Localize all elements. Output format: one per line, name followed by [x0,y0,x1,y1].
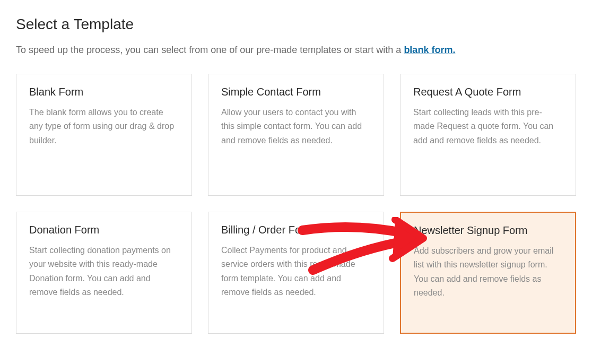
card-title: Billing / Order Form [221,224,371,236]
page-title: Select a Template [16,16,576,33]
card-title: Request A Quote Form [413,86,563,98]
template-card-request-a-quote-form[interactable]: Request A Quote Form Start collecting le… [400,74,576,196]
card-description: The blank form allows you to create any … [29,106,179,148]
template-card-newsletter-signup-form[interactable]: Newsletter Signup Form Add subscribers a… [400,212,576,334]
blank-form-link[interactable]: blank form. [404,45,455,55]
template-card-billing-order-form[interactable]: Billing / Order Form Collect Payments fo… [208,212,384,334]
card-description: Add subscribers and grow your email list… [414,244,562,300]
template-card-simple-contact-form[interactable]: Simple Contact Form Allow your users to … [208,74,384,196]
page-subtitle: To speed up the process, you can select … [16,42,576,58]
card-title: Newsletter Signup Form [414,224,562,237]
subtitle-text: To speed up the process, you can select … [16,45,404,55]
card-title: Simple Contact Form [221,86,371,98]
template-card-blank-form[interactable]: Blank Form The blank form allows you to … [16,74,192,196]
card-title: Blank Form [29,86,179,98]
template-card-donation-form[interactable]: Donation Form Start collecting donation … [16,212,192,334]
card-title: Donation Form [29,224,179,236]
card-description: Allow your users to contact you with thi… [221,106,371,148]
card-description: Collect Payments for product and service… [221,244,371,300]
template-grid: Blank Form The blank form allows you to … [16,74,576,334]
card-description: Start collecting leads with this pre-mad… [413,106,563,148]
card-description: Start collecting donation payments on yo… [29,244,179,300]
